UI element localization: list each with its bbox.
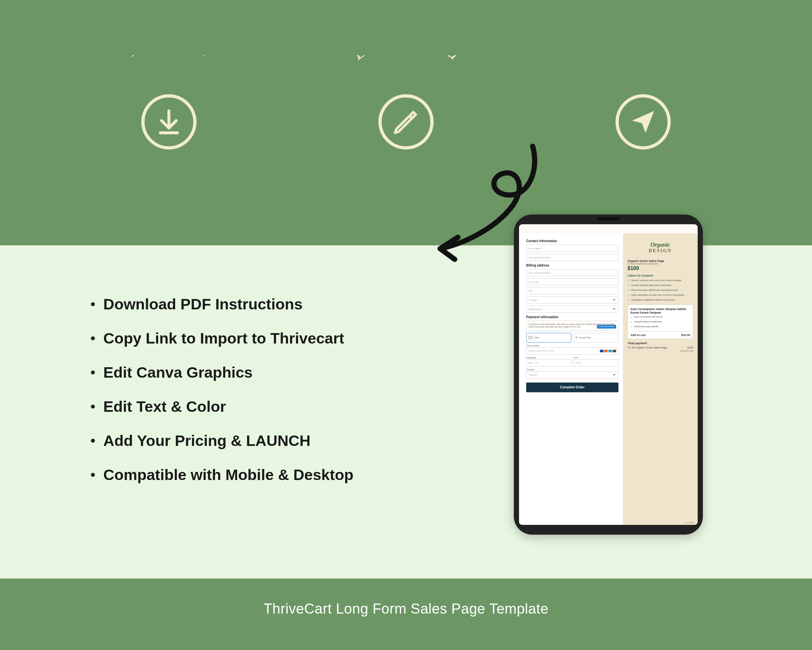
bullet-item: Download PDF Instructions (91, 295, 353, 313)
copy-card-button[interactable]: Copy card number (597, 325, 616, 329)
bullet-item: Add Your Pricing & LAUNCH (91, 431, 353, 450)
product-name: Organic Green Sales Page (627, 259, 693, 263)
svg-text:Edit in Canva: Edit in Canva (348, 55, 464, 64)
feature-item: Suscipit tempore asperiores perferendis (627, 284, 693, 287)
step-publish-label: Publish (552, 55, 734, 110)
payment-title: Payment information (526, 315, 618, 319)
step-download: Download (78, 55, 260, 185)
card-label: Card number (526, 344, 618, 347)
email-field[interactable]: Your email address (526, 254, 618, 261)
tab-google-pay[interactable]: G Google Pay (573, 333, 618, 343)
state-select[interactable]: State/region (526, 306, 618, 313)
feature-bullets: Download PDF Instructions Copy Link to I… (91, 295, 353, 500)
step-edit-label: Edit in Canva (315, 55, 497, 110)
test-note: To perform a test transaction, click bel… (526, 321, 618, 331)
feature-item: Optio voluptatem qui nam nam ut enim ut … (627, 294, 693, 297)
bullet-item: Copy Link to Import to Thrivecart (91, 329, 353, 347)
street-field[interactable]: Your street address (526, 269, 618, 276)
feature-item: Quia hic dolorem sed eorum enim deserunt… (627, 279, 693, 283)
pay-country-select[interactable]: Türkiye (526, 372, 618, 379)
name-field[interactable]: Your name (526, 245, 618, 252)
product-price: $100 (627, 266, 693, 271)
step-download-label: Download (78, 55, 260, 110)
paycountry-label: Country (526, 369, 618, 371)
country-select[interactable]: Türkiye (526, 297, 618, 304)
total-title: Total payment (627, 341, 693, 345)
step-publish: Publish (552, 55, 734, 185)
upsell-item: Suscipit tempore asperiores (630, 320, 690, 324)
bullet-item: Edit Canva Graphics (91, 363, 353, 381)
order-summary: Organic DESIGN Organic Green Sales Page … (623, 233, 698, 525)
upsell-item: Reiciendis sequi deleniti (630, 325, 690, 329)
upsell-price: $10.00 (681, 333, 690, 337)
cvc-field[interactable]: CVC (573, 359, 618, 367)
feature-heading: Libero Ut Corporis (627, 274, 693, 277)
product-subtitle: Id Rerum Aperiam Quibusdam (627, 263, 693, 265)
discount-link[interactable]: discount code (627, 350, 693, 352)
svg-text:Publish: Publish (609, 55, 678, 60)
cvc-label: CVC (573, 356, 618, 359)
line-item: TC SH Organic Green Sales Page (627, 346, 667, 349)
expiration-field[interactable]: MM / YY (526, 359, 571, 367)
city-field[interactable]: Your city (526, 278, 618, 285)
card-number-field[interactable]: 1234 1234 1234 1234 (526, 347, 618, 355)
footer-title: ThriveCart Long Form Sales Page Template (0, 601, 812, 617)
feature-item: Voluptatem voluptatem totam sit vel dolo… (627, 299, 693, 302)
checkout-screen: Contact information Your name Your email… (519, 224, 698, 525)
tab-card[interactable]: Card (526, 333, 571, 343)
exp-label: Expiration (526, 356, 571, 359)
line-price: $100 (687, 346, 693, 349)
svg-text:Download: Download (124, 55, 215, 61)
feature-item: Reiciendis sequi deleniti sed nulla labo… (627, 289, 693, 292)
checkout-form: Contact information Your name Your email… (519, 233, 623, 525)
complete-order-button[interactable]: Complete Order (526, 382, 618, 392)
upsell-title: Iusto Consequatur Autem Voluptas Debitis… (630, 307, 690, 314)
stripe-footer: via Stripe (685, 521, 694, 523)
contact-title: Contact information (526, 239, 618, 243)
zip-field[interactable]: ZIP (526, 287, 618, 294)
add-to-cart-button[interactable]: Add to cart (630, 333, 646, 337)
upsell-item: Quia hic dolorem sint eorum (630, 315, 690, 319)
product-logo: Organic DESIGN (627, 237, 693, 258)
tablet-mockup: Contact information Your name Your email… (514, 214, 703, 535)
bullet-item: Edit Text & Color (91, 398, 353, 415)
bullet-item: Compatible with Mobile & Desktop (91, 466, 353, 483)
billing-title: Billing address (526, 263, 618, 267)
upsell-box: Iusto Consequatur Autem Voluptas Debitis… (627, 304, 693, 339)
